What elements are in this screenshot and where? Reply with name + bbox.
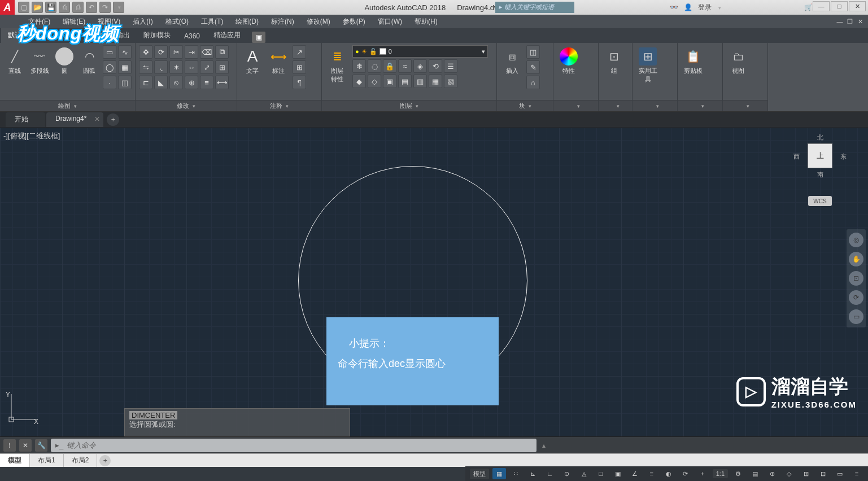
menu-tools[interactable]: 工具(T) [195,15,229,28]
menu-view[interactable]: 视图(V) [92,15,126,28]
ribbon-tab-output[interactable]: 输出 [110,28,137,43]
status-scale[interactable]: 1:1 [713,469,728,478]
layer-lock-icon[interactable]: 🔒 [383,59,396,73]
status-polar-icon[interactable]: ⊙ [560,468,574,479]
layer-freeze-icon[interactable]: ❄ [352,59,366,73]
tab-start[interactable]: 开始 [6,112,45,127]
panel-view-title[interactable] [723,100,767,111]
status-grid-icon[interactable]: ▦ [492,468,506,479]
table-icon[interactable]: ⊞ [293,60,306,74]
status-hw-icon[interactable]: ⊞ [799,468,813,479]
cmd-close-icon[interactable]: ✕ [19,439,32,452]
layout-tab-1[interactable]: 布局1 [30,454,64,467]
layer-iso-icon[interactable]: ◈ [413,59,427,73]
status-cycling-icon[interactable]: ⟳ [679,468,692,479]
layer-state-icon[interactable]: ☰ [444,59,457,73]
fillet-icon[interactable]: ◟ [154,60,168,74]
panel-layer-title[interactable]: 图层 [322,100,496,111]
chamfer-icon[interactable]: ◣ [154,76,168,89]
layer-f-icon[interactable]: ▦ [429,75,442,88]
explode-icon[interactable]: ✶ [169,60,183,74]
zoom-extents-icon[interactable]: ⊡ [849,271,863,286]
vc-wcs-label[interactable]: WCS [808,196,832,206]
layer-a-icon[interactable]: ◆ [352,75,366,88]
line-button[interactable]: ╱ 直线 [3,45,26,75]
status-otrack-icon[interactable]: ∠ [628,468,642,479]
doc-restore-button[interactable]: ❐ [845,18,854,25]
viewport-label[interactable]: -][俯视][二维线框] [3,131,60,141]
extend-icon[interactable]: ⇥ [185,45,198,59]
array-icon[interactable]: ⊞ [215,60,229,74]
status-qs-icon[interactable]: ◇ [782,468,796,479]
layer-d-icon[interactable]: ▤ [398,75,412,88]
arc-button[interactable]: ◠ 圆弧 [78,45,101,75]
trim-icon[interactable]: ✂ [169,45,183,59]
qat-print-icon[interactable]: ⎙ [72,2,84,13]
menu-dimension[interactable]: 标注(N) [265,15,300,28]
clipboard-button[interactable]: 📋 剪贴板 [681,45,705,75]
user-icon[interactable]: 👤 [684,3,692,11]
qat-redo-icon[interactable]: ↷ [99,2,111,13]
login-button[interactable]: 登录 [698,3,712,12]
layer-prev-icon[interactable]: ⟲ [429,59,442,73]
stretch-icon[interactable]: ↔ [185,60,198,74]
status-osnap-icon[interactable]: □ [594,468,608,479]
draw-rect-icon[interactable]: ▭ [103,45,116,59]
layer-match-icon[interactable]: ≈ [398,59,412,73]
layer-off-icon[interactable]: ◌ [368,59,381,73]
draw-region-icon[interactable]: ◫ [118,76,132,89]
draw-hatch-icon[interactable]: ▦ [118,60,132,74]
view-button[interactable]: 🗀 视图 [726,45,750,75]
util-button[interactable]: ⊞ 实用工具 [636,45,660,84]
showmotion-icon[interactable]: ▭ [849,309,863,324]
qat-more-icon[interactable] [113,2,124,13]
status-isodraft-icon[interactable]: ◬ [577,468,591,479]
ribbon-expand-icon[interactable]: ▣ [252,32,265,43]
rotate-icon[interactable]: ⟳ [154,45,168,59]
viewcube[interactable]: 北 西 东 上 南 WCS [795,133,845,201]
ribbon-tab-insert[interactable]: 插入 [28,28,55,43]
layer-b-icon[interactable]: ◇ [368,75,381,88]
minimize-button[interactable]: — [813,1,830,11]
status-infer-icon[interactable]: ⊾ [526,468,540,479]
pan-icon[interactable]: ✋ [849,252,863,266]
doc-minimize-button[interactable]: — [835,18,844,25]
panel-block-title[interactable]: 块 [497,100,553,111]
mtext-icon[interactable]: ¶ [293,76,306,89]
vc-top-face[interactable]: 上 [808,143,832,168]
block-attr-icon[interactable]: ⌂ [526,76,540,89]
text-button[interactable]: A 文字 [241,45,264,75]
status-iso-icon[interactable]: ⊡ [816,468,830,479]
draw-point-icon[interactable]: · [103,76,116,89]
offset-icon[interactable]: ⊏ [139,76,152,89]
panel-annotate-title[interactable]: 注释 [237,100,321,111]
panel-draw-title[interactable]: 绘图 [0,100,135,111]
layer-c-icon[interactable]: ▣ [383,75,396,88]
maximize-button[interactable]: □ [831,1,848,11]
status-3dosnap-icon[interactable]: ▣ [611,468,625,479]
lengthen-icon[interactable]: ⟷ [215,76,229,89]
qat-open-icon[interactable]: 📂 [32,2,43,13]
menu-file[interactable]: 文件(F) [23,15,56,28]
close-button[interactable]: ✕ [849,1,866,11]
ribbon-tab-default[interactable]: 默认 [1,28,28,43]
panel-clip-title[interactable] [678,100,722,111]
doc-close-button[interactable]: ✕ [856,18,865,25]
status-units-icon[interactable]: ⊕ [765,468,779,479]
qat-save-icon[interactable]: 💾 [45,2,56,13]
draw-ellipse-icon[interactable]: ◯ [103,60,116,74]
status-lwt-icon[interactable]: ≡ [645,468,658,479]
vc-south[interactable]: 南 [795,170,845,179]
layer-props-button[interactable]: ≣ 图层 特性 [325,45,349,84]
align-icon[interactable]: ≡ [200,76,213,89]
cmd-options-icon[interactable]: 🔧 [35,439,47,452]
panel-util-title[interactable] [633,100,677,111]
ribbon-tab-addon[interactable]: 附加模块 [137,28,177,43]
status-ortho-icon[interactable]: ∟ [543,468,557,479]
steering-wheel-icon[interactable]: ◎ [849,233,863,247]
polyline-button[interactable]: 〰 多段线 [28,45,51,75]
command-input[interactable]: ▸_ 键入命令 [51,439,536,452]
exchange-icon[interactable]: 🛒 [804,3,813,11]
tab-close-icon[interactable]: ✕ [94,115,100,123]
move-icon[interactable]: ✥ [139,45,152,59]
